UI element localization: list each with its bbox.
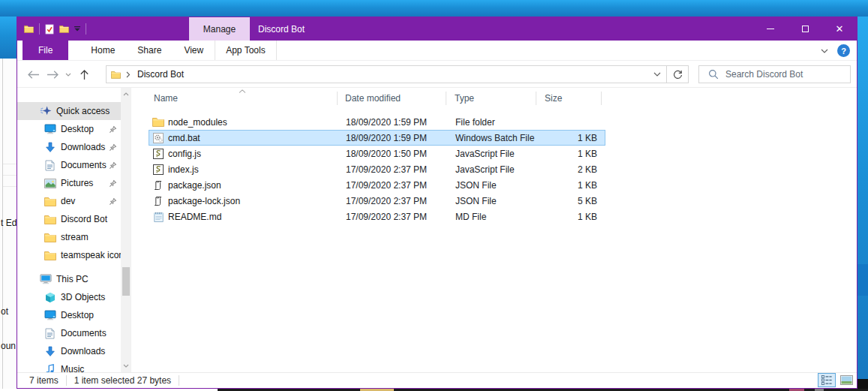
file-size: 1 KB: [536, 212, 602, 222]
file-name: config.js: [168, 149, 201, 159]
file-name: cmd.bat: [168, 133, 200, 143]
file-row-cmd-bat[interactable]: cmd.bat18/09/2020 1:59 PMWindows Batch F…: [131, 130, 857, 146]
main-content: Quick accessDesktopDownloadsDocumentsPic…: [17, 88, 857, 372]
sidebar-item-teamspeak-icons[interactable]: teamspeak icons: [17, 246, 121, 264]
contextual-tab-manage[interactable]: Manage: [189, 17, 250, 41]
pin-icon: [109, 161, 117, 170]
column-header-size[interactable]: Size: [545, 93, 562, 104]
sidebar-item-label: Desktop: [61, 310, 94, 320]
divider: [179, 375, 179, 386]
folder-icon[interactable]: [24, 25, 34, 33]
file-row-box[interactable]: package-lock.json17/09/2020 2:37 PMJSON …: [149, 193, 605, 209]
sidebar-item-label: Desktop: [61, 124, 94, 134]
title-bar: Manage Discord Bot ✕: [17, 17, 857, 41]
search-input[interactable]: [725, 69, 850, 80]
sidebar-item-label: stream: [61, 232, 89, 242]
address-dropdown-icon[interactable]: [648, 72, 666, 77]
file-size: 1 KB: [536, 133, 602, 143]
sidebar-item-stream[interactable]: stream: [17, 228, 121, 246]
items-count: 7 items: [29, 375, 59, 386]
sidebar-item-label: Music: [61, 364, 84, 372]
column-divider[interactable]: [536, 92, 536, 105]
desktop-icon: [44, 310, 56, 320]
column-divider[interactable]: [446, 92, 446, 105]
divider: [3, 175, 17, 176]
recent-locations-icon[interactable]: [62, 73, 74, 77]
tab-home[interactable]: Home: [80, 41, 126, 60]
breadcrumb[interactable]: Discord Bot: [137, 69, 648, 80]
forward-button[interactable]: [43, 70, 62, 80]
js-file-icon: [152, 149, 164, 159]
sidebar-item-quick-access[interactable]: Quick access: [17, 102, 121, 120]
search-box[interactable]: [698, 65, 851, 83]
column-header-name[interactable]: Name: [154, 93, 178, 104]
tab-file[interactable]: File: [23, 41, 68, 60]
file-row-box[interactable]: config.js18/09/2020 1:50 PMJavaScript Fi…: [149, 146, 605, 161]
sidebar-item-discord-bot[interactable]: Discord Bot: [17, 210, 121, 228]
file-row-config-js[interactable]: config.js18/09/2020 1:50 PMJavaScript Fi…: [131, 146, 857, 161]
file-row-box[interactable]: index.js17/09/2020 2:37 PMJavaScript Fil…: [149, 161, 605, 177]
thumbnails-view-button[interactable]: [837, 373, 855, 387]
sidebar-item-label: This PC: [56, 274, 89, 284]
help-icon[interactable]: ?: [837, 44, 850, 57]
minimize-button[interactable]: [753, 17, 788, 41]
refresh-icon[interactable]: [667, 70, 688, 80]
breadcrumb-chevron-icon[interactable]: [126, 71, 131, 78]
window-controls: ✕: [753, 17, 857, 41]
sidebar-item-music[interactable]: Music: [17, 360, 121, 372]
divider: [3, 164, 17, 164]
sidebar-item-documents[interactable]: Documents: [17, 324, 121, 342]
file-row-package-lock-json[interactable]: package-lock.json17/09/2020 2:37 PMJSON …: [131, 193, 857, 209]
file-name-cell: node_modules: [149, 117, 338, 128]
column-headers: Name Date modified Type Size: [131, 88, 857, 110]
sidebar-item-label: teamspeak icons: [61, 250, 121, 260]
tab-app-tools[interactable]: App Tools: [215, 41, 276, 60]
column-header-type[interactable]: Type: [455, 93, 474, 104]
sidebar-item-downloads[interactable]: Downloads: [17, 342, 121, 360]
sidebar-item-downloads[interactable]: Downloads: [17, 138, 121, 156]
3d-objects-icon: [44, 292, 56, 303]
column-divider[interactable]: [337, 92, 338, 105]
file-row-box[interactable]: cmd.bat18/09/2020 1:59 PMWindows Batch F…: [149, 130, 605, 146]
sidebar-item-desktop[interactable]: Desktop: [17, 306, 121, 324]
up-button[interactable]: [74, 69, 94, 80]
folder-icon: [44, 197, 56, 206]
file-date-modified: 18/09/2020 1:50 PM: [338, 149, 446, 159]
sidebar-item-dev[interactable]: dev: [17, 192, 121, 210]
sidebar-item-this-pc[interactable]: This PC: [17, 270, 121, 288]
address-bar[interactable]: Discord Bot: [106, 65, 689, 83]
sidebar-item-pictures[interactable]: Pictures: [17, 174, 121, 192]
sidebar-item-desktop[interactable]: Desktop: [17, 120, 121, 138]
maximize-icon: [802, 26, 809, 32]
file-row-node-modules[interactable]: node_modules18/09/2020 1:59 PMFile folde…: [131, 114, 857, 130]
tab-share[interactable]: Share: [126, 41, 173, 60]
sidebar-item-documents[interactable]: Documents: [17, 156, 121, 174]
details-view-button[interactable]: [818, 373, 836, 387]
folder-icon[interactable]: [59, 25, 69, 33]
file-row-readme-md[interactable]: README.md17/09/2020 2:37 PMMD File1 KB: [131, 209, 857, 224]
sidebar-item-3d-objects[interactable]: 3D Objects: [17, 288, 121, 306]
file-row-box[interactable]: node_modules18/09/2020 1:59 PMFile folde…: [149, 114, 605, 130]
file-row-package-json[interactable]: package.json17/09/2020 2:37 PMJSON File1…: [131, 177, 857, 193]
close-button[interactable]: ✕: [822, 17, 857, 41]
file-date-modified: 18/09/2020 1:59 PM: [338, 117, 446, 128]
json-file-icon: [152, 180, 164, 191]
column-header-date-modified[interactable]: Date modified: [345, 93, 401, 104]
file-row-box[interactable]: package.json17/09/2020 2:37 PMJSON File1…: [149, 177, 605, 193]
back-button[interactable]: [23, 70, 43, 80]
properties-icon[interactable]: [45, 24, 54, 35]
sidebar-scrollbar[interactable]: [121, 88, 131, 372]
qat-dropdown-icon[interactable]: [74, 26, 80, 32]
scroll-up-icon[interactable]: [121, 89, 131, 100]
file-row-box[interactable]: README.md17/09/2020 2:37 PMMD File1 KB: [149, 209, 605, 224]
close-icon: ✕: [836, 24, 844, 34]
tab-view[interactable]: View: [173, 41, 215, 60]
column-divider[interactable]: [601, 92, 602, 105]
scroll-thumb[interactable]: [122, 267, 130, 296]
maximize-button[interactable]: [788, 17, 822, 41]
ribbon-collapse-icon[interactable]: [821, 49, 828, 53]
scroll-down-icon[interactable]: [121, 360, 131, 371]
view-mode-buttons: [818, 373, 855, 387]
details-view-icon: [821, 375, 832, 385]
file-row-index-js[interactable]: index.js17/09/2020 2:37 PMJavaScript Fil…: [131, 161, 857, 177]
